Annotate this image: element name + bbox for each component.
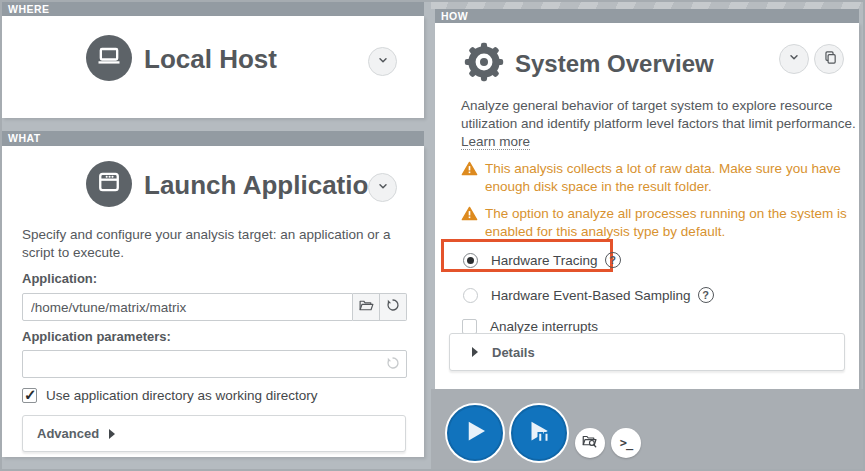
warning-disk-space: This analysis collects a lot of raw data… bbox=[461, 160, 857, 196]
help-icon[interactable]: ? bbox=[698, 287, 714, 303]
launch-application-badge bbox=[86, 161, 132, 207]
advanced-expander[interactable]: Advanced bbox=[22, 415, 406, 452]
help-glyph: ? bbox=[609, 254, 616, 266]
what-collapse-button[interactable] bbox=[368, 173, 397, 202]
details-label: Details bbox=[492, 345, 535, 360]
chevron-down-icon bbox=[786, 49, 802, 69]
how-panel-title: System Overview bbox=[515, 50, 714, 78]
play-icon bbox=[460, 416, 490, 450]
how-section-label: HOW bbox=[441, 10, 468, 22]
application-input[interactable] bbox=[22, 293, 353, 321]
copy-icon bbox=[821, 49, 838, 70]
application-parameters-input[interactable] bbox=[22, 350, 407, 378]
workdir-checkbox[interactable] bbox=[22, 388, 37, 403]
play-pause-icon bbox=[524, 416, 554, 450]
gear-icon bbox=[461, 39, 507, 89]
warning-triangle-icon bbox=[461, 160, 478, 196]
what-panel-title: Launch Application bbox=[144, 170, 384, 201]
hardware-tracing-label: Hardware Tracing bbox=[491, 253, 598, 268]
expand-arrow-icon bbox=[109, 429, 115, 439]
hardware-sampling-label: Hardware Event-Based Sampling bbox=[491, 288, 691, 303]
where-section-label: WHERE bbox=[8, 3, 50, 15]
what-section-bar: WHAT bbox=[2, 131, 424, 146]
start-paused-button[interactable] bbox=[511, 405, 567, 461]
how-description: Analyze general behavior of target syste… bbox=[461, 97, 859, 134]
what-section-label: WHAT bbox=[8, 132, 41, 144]
analyze-interrupts-checkbox[interactable] bbox=[462, 319, 477, 334]
how-panel: System Overview Analyze general behavior… bbox=[435, 23, 859, 389]
where-panel-title: Local Host bbox=[144, 44, 277, 75]
what-panel: Launch Application Specify and configure… bbox=[2, 146, 424, 457]
application-label: Application: bbox=[22, 271, 97, 286]
chevron-down-icon bbox=[375, 52, 391, 72]
application-input-row bbox=[22, 293, 407, 321]
warning-triangle-icon bbox=[461, 205, 478, 241]
folder-search-icon bbox=[581, 432, 599, 454]
reset-parameters-button[interactable] bbox=[385, 355, 401, 375]
copy-analysis-button[interactable] bbox=[814, 44, 844, 74]
expand-arrow-icon bbox=[472, 347, 478, 357]
where-panel: Local Host bbox=[2, 16, 424, 118]
folder-open-icon bbox=[358, 297, 375, 318]
warning-text: The option to analyze all processes runn… bbox=[485, 205, 857, 241]
help-icon[interactable]: ? bbox=[605, 252, 621, 268]
workdir-checkbox-row[interactable]: Use application directory as working dir… bbox=[22, 388, 318, 403]
hardware-sampling-option[interactable]: Hardware Event-Based Sampling ? bbox=[463, 282, 714, 308]
local-host-badge bbox=[86, 35, 132, 81]
how-collapse-button[interactable] bbox=[779, 44, 809, 74]
warning-text: This analysis collects a lot of raw data… bbox=[485, 160, 857, 196]
history-reset-icon bbox=[385, 297, 401, 317]
action-footer: >_ bbox=[431, 389, 863, 469]
background-pattern bbox=[431, 2, 863, 9]
help-glyph: ? bbox=[702, 289, 709, 301]
application-parameters-row bbox=[22, 350, 407, 378]
terminal-icon: >_ bbox=[620, 436, 632, 450]
command-line-button[interactable]: >_ bbox=[611, 428, 641, 458]
browse-application-button[interactable] bbox=[353, 293, 380, 321]
start-button[interactable] bbox=[447, 405, 503, 461]
workdir-checkbox-label: Use application directory as working dir… bbox=[46, 388, 318, 403]
where-collapse-button[interactable] bbox=[368, 47, 397, 76]
reset-application-button[interactable] bbox=[380, 293, 407, 321]
learn-more-link[interactable]: Learn more bbox=[461, 134, 530, 150]
hardware-tracing-radio[interactable] bbox=[463, 253, 478, 268]
how-section-bar: HOW bbox=[435, 9, 859, 23]
analyze-interrupts-label: Analyze interrupts bbox=[490, 319, 598, 334]
app-window-icon bbox=[95, 168, 123, 200]
what-description: Specify and configure your analysis targ… bbox=[22, 226, 406, 263]
hardware-sampling-radio[interactable] bbox=[463, 288, 478, 303]
hardware-tracing-option[interactable]: Hardware Tracing ? bbox=[463, 247, 621, 273]
where-section-bar: WHERE bbox=[2, 2, 424, 16]
advanced-label: Advanced bbox=[37, 426, 99, 441]
application-parameters-label: Application parameters: bbox=[22, 329, 171, 344]
open-result-button[interactable] bbox=[575, 428, 605, 458]
laptop-icon bbox=[95, 42, 123, 74]
details-expander[interactable]: Details bbox=[449, 333, 845, 371]
configure-analysis-window: WHERE Local Host WHAT bbox=[0, 0, 865, 471]
warning-all-processes: The option to analyze all processes runn… bbox=[461, 205, 857, 241]
chevron-down-icon bbox=[375, 178, 391, 198]
